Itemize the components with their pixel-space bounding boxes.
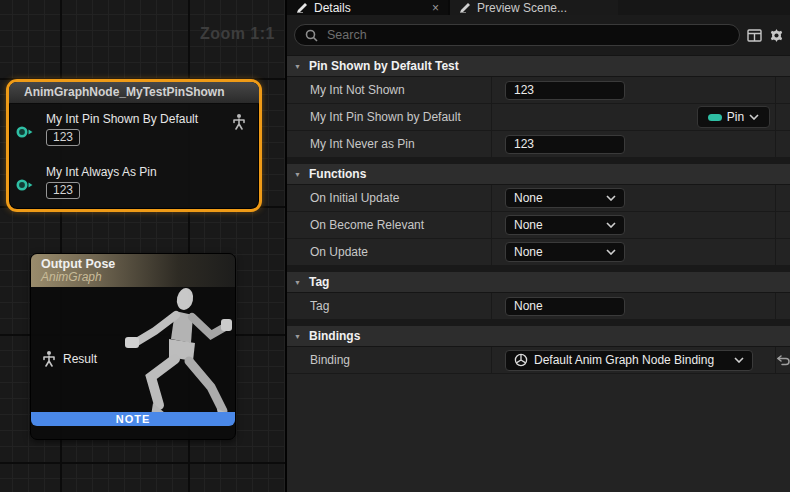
on-update-dropdown[interactable]: None	[505, 242, 625, 262]
pin-row: My Int Always As Pin 123	[9, 165, 259, 199]
collapse-arrow-icon: ▼	[294, 279, 304, 286]
on-initial-update-dropdown[interactable]: None	[505, 188, 625, 208]
chevron-down-icon	[606, 249, 616, 255]
search-icon	[305, 29, 318, 42]
int-pin-icon[interactable]	[15, 178, 34, 196]
close-tab-icon[interactable]: ×	[432, 2, 439, 14]
output-pose-header[interactable]: Output Pose AnimGraph	[31, 254, 235, 287]
chevron-down-icon	[606, 222, 616, 228]
property-label: On Update	[287, 239, 492, 265]
category-bindings[interactable]: ▼ Bindings	[287, 326, 790, 347]
pose-pin-icon	[41, 350, 57, 367]
node-subtitle: AnimGraph	[41, 271, 235, 284]
reset-to-default-button[interactable]	[777, 355, 790, 366]
pin-value-input[interactable]: 123	[46, 129, 80, 146]
property-label: Tag	[287, 293, 492, 319]
panel-tab-bar: Details × Preview Scene...	[287, 0, 790, 15]
tab-label: Preview Scene...	[477, 1, 567, 15]
search-box[interactable]	[294, 24, 740, 46]
node-title[interactable]: AnimGraphNode_MyTestPinShown	[9, 82, 259, 104]
chevron-down-icon	[734, 357, 744, 363]
property-label: My Int Not Shown	[287, 77, 492, 103]
node-title: Output Pose	[41, 257, 235, 271]
collapse-arrow-icon: ▼	[294, 63, 304, 70]
category-title: Pin Shown by Default Test	[309, 59, 459, 73]
result-pin-label: Result	[63, 352, 97, 366]
pin-label: My Int Pin Shown By Default	[46, 112, 259, 126]
property-row: My Int Not Shown	[287, 77, 790, 104]
category-functions[interactable]: ▼ Functions	[287, 164, 790, 185]
property-label: On Become Relevant	[287, 212, 492, 238]
class-icon	[514, 353, 528, 367]
property-label: My Int Never as Pin	[287, 131, 492, 157]
category-title: Functions	[309, 167, 366, 181]
result-pose-pin[interactable]: Result	[41, 350, 97, 367]
settings-gear-icon[interactable]	[769, 28, 784, 43]
details-tab-icon	[296, 2, 308, 13]
dropdown-value: None	[514, 191, 543, 205]
pin-shape-icon	[708, 114, 722, 121]
property-row: Tag	[287, 293, 790, 320]
category-tag[interactable]: ▼ Tag	[287, 272, 790, 293]
unreal-editor-window: Zoom 1:1 AnimGraphNode_MyTestPinShown My…	[0, 0, 790, 492]
tab-details[interactable]: Details ×	[287, 0, 448, 15]
property-row: On Become Relevant None	[287, 212, 790, 239]
on-become-relevant-dropdown[interactable]: None	[505, 215, 625, 235]
category-title: Bindings	[309, 329, 360, 343]
int-pin-icon[interactable]	[15, 125, 34, 143]
chevron-down-icon	[606, 195, 616, 201]
tab-preview-scene[interactable]: Preview Scene...	[448, 0, 618, 15]
pin-visibility-dropdown[interactable]: Pin	[697, 106, 770, 128]
preview-scene-tab-icon	[459, 2, 471, 13]
tab-label: Details	[314, 1, 351, 15]
my-int-never-as-pin-input[interactable]	[505, 135, 625, 154]
pin-button-label: Pin	[727, 110, 744, 124]
property-label: On Initial Update	[287, 185, 492, 211]
property-row: On Update None	[287, 239, 790, 266]
pin-value-input[interactable]: 123	[46, 182, 80, 199]
pose-output-pin-icon[interactable]	[231, 113, 247, 134]
property-row: Binding Default Anim Graph Node Binding	[287, 347, 790, 374]
collapse-arrow-icon: ▼	[294, 171, 304, 178]
property-row: My Int Never as Pin	[287, 131, 790, 158]
tag-input[interactable]	[505, 297, 625, 316]
my-int-not-shown-input[interactable]	[505, 81, 625, 100]
dropdown-value: None	[514, 245, 543, 259]
display-filter-icon[interactable]	[747, 29, 762, 42]
property-row: My Int Pin Shown by Default Pin	[287, 104, 790, 131]
search-row	[287, 15, 790, 56]
dropdown-value: Default Anim Graph Node Binding	[534, 353, 714, 367]
note-banner[interactable]: NOTE	[31, 412, 235, 426]
pin-label: My Int Always As Pin	[46, 165, 259, 179]
output-pose-node[interactable]: Output Pose AnimGraph	[30, 253, 236, 440]
category-title: Tag	[309, 275, 329, 289]
anim-graph-node-selected[interactable]: AnimGraphNode_MyTestPinShown My Int Pin …	[6, 79, 262, 212]
anim-graph-canvas[interactable]: Zoom 1:1 AnimGraphNode_MyTestPinShown My…	[0, 0, 285, 492]
property-label: My Int Pin Shown by Default	[287, 104, 492, 130]
property-label: Binding	[287, 347, 492, 373]
chevron-down-icon	[749, 114, 759, 120]
search-input[interactable]	[325, 27, 729, 43]
output-pose-body: Result NOTE	[31, 287, 235, 426]
property-row: On Initial Update None	[287, 185, 790, 212]
running-mannequin-image	[113, 285, 233, 425]
category-pin-shown-by-default-test[interactable]: ▼ Pin Shown by Default Test	[287, 56, 790, 77]
details-panel: Details × Preview Scene... ▼	[285, 0, 790, 492]
binding-dropdown[interactable]: Default Anim Graph Node Binding	[505, 350, 753, 371]
zoom-level-label: Zoom 1:1	[200, 25, 275, 43]
collapse-arrow-icon: ▼	[294, 333, 304, 340]
property-list: ▼ Pin Shown by Default Test My Int Not S…	[287, 56, 790, 492]
dropdown-value: None	[514, 218, 543, 232]
pin-row: My Int Pin Shown By Default 123	[9, 112, 259, 146]
